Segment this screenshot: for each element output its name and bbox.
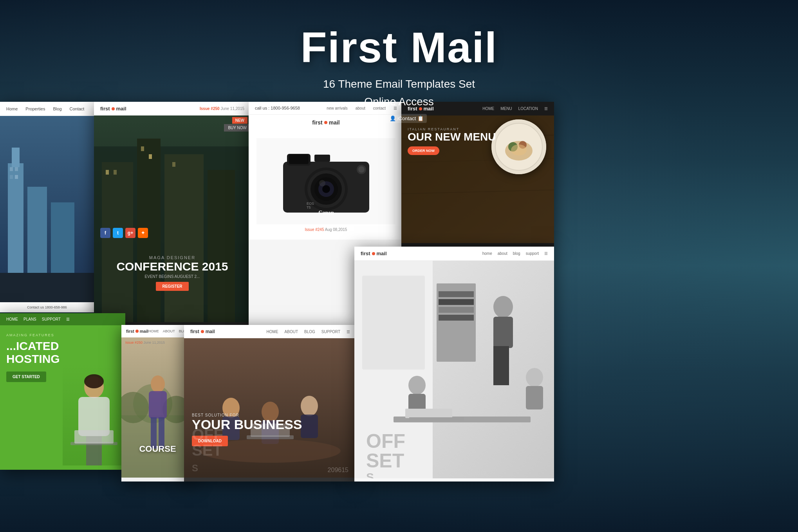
svg-rect-33 [314,155,330,162]
svg-rect-4 [51,202,74,273]
course-header: first mail HOME ABOUT BLOG SUPPORT ☰ [121,325,194,337]
svg-point-87 [408,376,426,395]
business-nav-hamburger[interactable]: ☰ [347,330,350,334]
svg-rect-23 [289,155,309,164]
business-header: first mail HOME ABOUT BLOG SUPPORT ☰ [184,325,356,338]
course-title-text: COURSE [121,444,194,454]
svg-text:EOS: EOS [307,202,314,206]
office-nav-blog[interactable]: blog [513,251,520,256]
main-title: First Mail [0,23,798,71]
svg-rect-8 [15,175,18,179]
hosting-label: AMAZING FEATURES [6,333,119,337]
svg-rect-82 [439,315,474,321]
svg-rect-2 [12,148,20,167]
panel-business: first mail HOME ABOUT BLOG SUPPORT ☰ [184,325,356,482]
conf-social: f t g+ ✦ [100,228,148,238]
header-area: First Mail 16 Theme Email Templates Set … [0,0,798,123]
conf-register-btn[interactable]: REGISTER [156,282,188,291]
screenshots-area: Home Properties Blog Contact [0,102,798,532]
business-nav-support[interactable]: SUPPORT [321,330,340,334]
business-watermark: OFFSETS [192,427,223,474]
svg-rect-92 [405,409,452,418]
hosting-nav-home[interactable]: HOME [6,317,18,321]
svg-point-52 [84,374,104,388]
restaurant-main: ITALIAN RESTAURANT OUR NEW MENU ORDER NO… [401,115,554,243]
facebook-btn[interactable]: f [100,228,110,238]
course-main: Issue #250 June 11,2015 COURSE [121,337,194,478]
svg-text:T5: T5 [307,206,311,209]
office-header: first mail home about blog support ☰ [354,247,554,261]
svg-text:Canon: Canon [318,210,334,216]
gplus-btn[interactable]: g+ [125,228,135,238]
office-nav-home[interactable]: home [482,251,492,256]
conf-bg-img [94,115,251,322]
restaurant-plate [491,119,546,174]
business-nav: HOME ABOUT BLOG SUPPORT ☰ [267,330,350,334]
svg-rect-6 [15,167,18,171]
subtitle: 16 Theme Email Templates Set Online Acce… [0,76,798,111]
svg-rect-19 [149,154,152,159]
svg-text:SET: SET [366,450,404,472]
course-bg-img [121,337,194,478]
hosting-header: HOME PLANS SUPPORT ☰ [0,313,125,325]
arch-contact: Contact us 1800-658-986 [0,302,94,312]
conf-text: MAGA DESIGNER CONFERENCE 2015 EVENT BEGI… [94,255,251,291]
office-nav-about[interactable]: about [498,251,507,256]
business-nav-home[interactable]: HOME [267,330,278,334]
hosting-btn[interactable]: GET STARTED [6,371,46,382]
office-nav-hamburger[interactable]: ☰ [544,251,548,256]
conf-buy-btn[interactable]: BUY NOW [224,124,251,132]
subtitle-line1: 16 Theme Email Templates Set [0,76,798,93]
subtitle-line2: Online Access [0,93,798,111]
svg-rect-16 [106,170,109,175]
svg-rect-84 [493,317,513,348]
svg-point-32 [358,166,365,173]
restaurant-title: OUR NEW MENU [408,131,496,143]
svg-rect-93 [409,417,464,420]
twitter-btn[interactable]: t [113,228,123,238]
business-nav-about[interactable]: ABOUT [285,330,298,334]
svg-text:204012: 204012 [468,470,486,476]
svg-rect-12 [102,162,133,322]
conf-subtitle-text: MAGA DESIGNER [100,255,244,260]
hosting-person [63,364,125,465]
svg-rect-61 [149,391,167,418]
rss-btn[interactable]: ✦ [138,228,148,238]
svg-rect-7 [10,175,13,179]
course-nav-home[interactable]: HOME [148,329,159,333]
svg-rect-80 [439,299,474,305]
hosting-title: ...ICATEDHOSTING [6,339,119,365]
business-nav-blog[interactable]: BLOG [304,330,315,334]
svg-point-60 [151,375,165,393]
panel-conference: first mail Issue #250 June 11,2015 [94,102,251,325]
hosting-nav: HOME PLANS SUPPORT ☰ [6,317,70,321]
course-nav-about[interactable]: ABOUT [163,329,175,333]
svg-rect-17 [114,170,117,175]
svg-point-83 [493,296,513,318]
restaurant-order-btn[interactable]: ORDER NOW [408,146,439,155]
hosting-nav-plans[interactable]: PLANS [23,317,36,321]
svg-rect-86 [501,346,509,385]
panel-architecture: Home Properties Blog Contact [0,102,94,313]
email-icon-badge: ✉ [371,114,382,123]
svg-rect-81 [439,307,474,313]
hosting-nav-support[interactable]: SUPPORT [42,317,61,321]
office-nav-support[interactable]: support [526,251,539,256]
office-logo: first mail [361,251,387,256]
svg-text:OFF: OFF [366,430,405,452]
svg-rect-3 [27,187,47,273]
svg-rect-77 [362,276,425,370]
svg-point-29 [322,185,330,193]
svg-rect-14 [164,154,204,322]
hosting-nav-hamburger[interactable]: ☰ [66,317,70,321]
svg-rect-20 [172,162,175,167]
camera-main: Canon EOS T5 Issue #245 Aug 08,2015 [249,130,403,240]
conf-main: NEW BUY NOW f t g+ ✦ MAGA DESIGNER CONFE… [94,115,251,322]
hosting-main: AMAZING FEATURES ...ICATEDHOSTING GET ST… [0,325,125,465]
contact-icon-badge: 👤 iContact 📋 [386,114,427,123]
camera-issue: Issue #245 Aug 08,2015 [256,227,395,232]
svg-rect-18 [141,146,144,151]
svg-rect-1 [8,163,23,273]
svg-rect-5 [10,167,13,171]
svg-rect-79 [439,291,474,297]
